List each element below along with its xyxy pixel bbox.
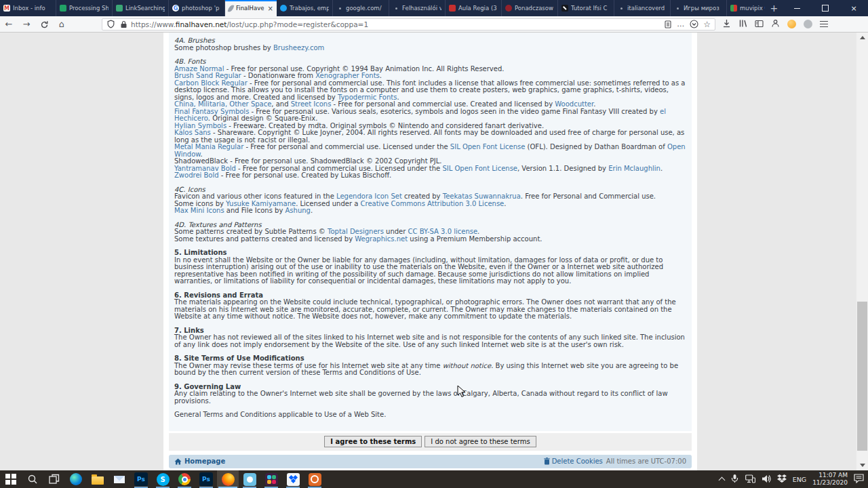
terms-link[interactable]: Street Icons — [291, 100, 332, 108]
scrollbar[interactable] — [856, 33, 868, 470]
terms-link[interactable]: Ashung — [285, 207, 311, 214]
browser-tab[interactable]: italiancoverd — [614, 0, 671, 16]
slack-icon — [265, 473, 278, 486]
terms-link[interactable]: Metal Mania Regular — [174, 143, 243, 150]
terms-link[interactable]: Woodcutter — [555, 100, 593, 108]
scrollbar-down-arrow[interactable] — [856, 460, 868, 470]
forward-button[interactable]: → — [18, 17, 35, 32]
tracking-shield-icon[interactable] — [106, 20, 115, 28]
browser-tab[interactable]: MInbox - info — [0, 0, 56, 16]
library-icon[interactable] — [738, 18, 747, 30]
taskbar-photoshop-button[interactable]: Ps — [130, 470, 152, 488]
browser-tab[interactable]: FinalHave× — [225, 0, 277, 16]
terms-link[interactable]: Brush Sand Regular — [174, 72, 241, 79]
pocket-icon[interactable] — [690, 20, 698, 28]
extension-orange-icon[interactable] — [787, 20, 796, 28]
taskbar-edge-button[interactable] — [65, 470, 87, 488]
home-button[interactable]: ⌂ — [53, 17, 71, 32]
terms-link[interactable]: Creative Commons Attribution 3.0 License — [361, 200, 505, 207]
terms-link[interactable]: Typodermic Fonts — [338, 94, 397, 101]
downloads-icon[interactable] — [722, 18, 731, 30]
tray-expand-icon[interactable] — [718, 477, 725, 484]
taskbar-start-button[interactable] — [0, 470, 22, 488]
terms-link[interactable]: Carbon Block Regular — [174, 79, 248, 87]
terms-link[interactable]: Kalos Sans — [174, 129, 211, 136]
terms-link[interactable]: CC BY-SA 3.0 license — [408, 228, 478, 235]
firefox-icon — [222, 473, 235, 486]
terms-link[interactable]: Wegraphics.net — [355, 235, 408, 243]
taskbar-mail-button[interactable] — [108, 470, 130, 488]
dropbox-tray-icon[interactable] — [777, 473, 787, 486]
scrollbar-up-arrow[interactable] — [856, 33, 868, 43]
terms-link[interactable]: Brusheezy.com — [273, 44, 324, 52]
browser-tab[interactable]: google.com/ — [333, 0, 389, 16]
taskbar-skype-button[interactable]: S — [152, 470, 174, 488]
url-bar[interactable]: https://www.finalhaven.net/lost/ucp.php?… — [102, 18, 715, 30]
terms-link[interactable]: Amaze Normal — [174, 65, 224, 73]
extension-globe-icon[interactable] — [804, 20, 812, 28]
scrollbar-thumb[interactable] — [857, 302, 867, 451]
terms-link[interactable]: SIL Open Font License — [442, 165, 517, 172]
browser-tab[interactable]: Gphotoshop 'p — [169, 0, 225, 16]
disagree-button[interactable]: I do not agree to these terms — [425, 436, 536, 447]
terms-link[interactable]: Final Fantasy Symbols — [174, 108, 249, 115]
terms-link[interactable]: Yusuke Kamiyamane — [226, 200, 296, 207]
microphone-icon[interactable] — [730, 473, 739, 486]
terms-link[interactable]: Max Mini Icons — [174, 207, 224, 214]
terms-link[interactable]: Xenographer Fonts — [315, 72, 380, 79]
taskbar-zoom-button[interactable] — [239, 470, 260, 488]
taskbar-task-view-button[interactable] — [43, 470, 65, 488]
terms-link[interactable]: Teekatas Suwannakrua — [443, 192, 521, 200]
delete-cookies-link[interactable]: Delete Cookies — [544, 458, 603, 465]
minimize-button[interactable] — [783, 0, 811, 16]
close-icon: × — [850, 4, 856, 13]
lock-icon[interactable] — [120, 20, 127, 28]
reader-mode-icon[interactable] — [664, 20, 672, 28]
homepage-link[interactable]: Homepage — [174, 458, 225, 465]
browser-tab[interactable]: Processing Sh — [56, 0, 113, 16]
taskbar-dropbox-button[interactable] — [282, 470, 304, 488]
terms-link[interactable]: Toptal Designers — [328, 228, 384, 235]
browser-tab[interactable]: Игры мироз — [671, 0, 727, 16]
taskbar-search-button[interactable] — [22, 470, 43, 488]
close-button[interactable]: × — [840, 0, 868, 16]
terms-link[interactable]: SIL Open Font License — [450, 143, 526, 150]
bookmark-star-icon[interactable]: ☆ — [703, 20, 711, 29]
sidebar-toggle-icon[interactable] — [755, 18, 764, 30]
account-icon[interactable] — [771, 18, 780, 30]
network-devices-icon[interactable] — [745, 473, 755, 486]
browser-tab[interactable]: Aula Regia (3 — [446, 0, 502, 16]
agree-button[interactable]: I agree to these terms — [324, 436, 422, 447]
taskbar-screen-recorder-button[interactable] — [304, 470, 326, 488]
input-language-indicator[interactable]: ENG — [793, 476, 806, 483]
terms-link[interactable]: Legendora Icon Set — [336, 192, 402, 200]
page-actions-icon[interactable]: … — [677, 20, 685, 28]
terms-link[interactable]: China, Militaria, Other Space — [174, 100, 271, 108]
taskbar-file-explorer-button[interactable] — [87, 470, 108, 488]
terms-link[interactable]: Zwodrei Bold — [174, 171, 219, 179]
back-button[interactable]: ← — [0, 17, 18, 32]
browser-tab[interactable]: Trabajos, emp — [277, 0, 333, 16]
action-center-icon[interactable] — [854, 473, 864, 486]
browser-tab[interactable]: muvipix Com — [727, 0, 765, 16]
menu-hamburger-icon[interactable] — [820, 21, 828, 28]
maximize-button[interactable] — [811, 0, 840, 16]
volume-icon[interactable] — [762, 473, 771, 486]
terms-text: Some photoshop brushes by — [174, 44, 273, 52]
browser-tab[interactable]: Ponadczasow — [502, 0, 558, 16]
browser-tab[interactable]: Felhasználói vez — [389, 0, 446, 16]
browser-tab[interactable]: LinkSearching — [113, 0, 169, 16]
terms-link[interactable]: Erin Mclaughlin — [608, 165, 660, 172]
reload-button[interactable] — [35, 17, 53, 32]
tab-close-icon[interactable]: × — [268, 5, 273, 12]
terms-section: 7. LinksThe Owner has not reviewed all o… — [174, 327, 686, 349]
clock[interactable]: 11:07 AM 11/23/2020 — [812, 472, 848, 487]
taskbar-firefox-button[interactable] — [217, 470, 239, 488]
taskbar-chrome-button[interactable] — [174, 470, 195, 488]
new-tab-button[interactable]: + — [765, 0, 783, 16]
terms-link[interactable]: Yantramanav Bold — [174, 165, 236, 172]
taskbar-slack-button[interactable] — [260, 470, 282, 488]
terms-link[interactable]: Hylian Symbols — [174, 122, 226, 129]
taskbar-photoshop-2-button[interactable]: Ps — [195, 470, 217, 488]
browser-tab[interactable]: Tutorat Ifsi C — [558, 0, 614, 16]
